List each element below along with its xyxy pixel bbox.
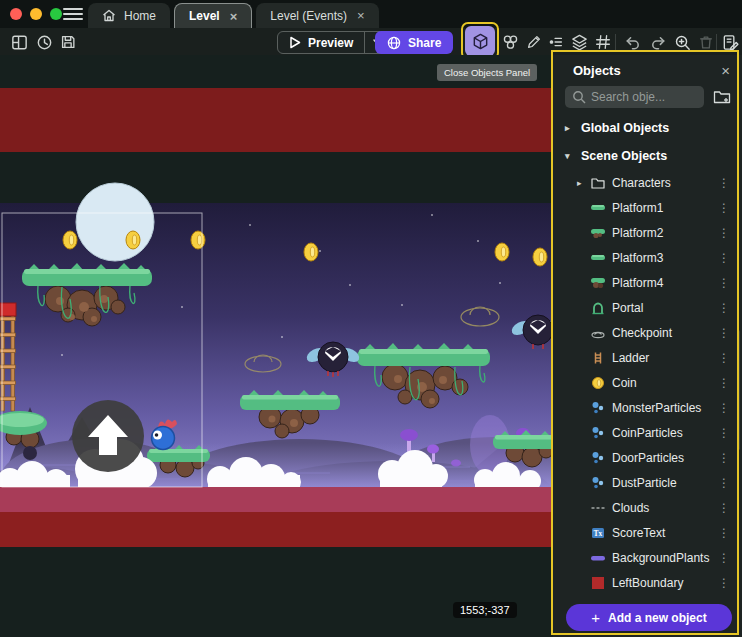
particles-icon	[589, 400, 607, 416]
object-row-platform4[interactable]: Platform4⋮	[553, 270, 742, 295]
kebab-menu-icon[interactable]: ⋮	[714, 451, 734, 465]
object-row-coinparticles[interactable]: CoinParticles⋮	[553, 420, 742, 445]
tab-label: Level (Events)	[270, 9, 347, 23]
object-row-platform3[interactable]: Platform3⋮	[553, 245, 742, 270]
undo-icon[interactable]	[621, 31, 643, 53]
layers-icon[interactable]	[568, 31, 590, 53]
save-icon[interactable]	[57, 31, 79, 53]
group-label: Scene Objects	[581, 149, 667, 163]
cube-icon	[471, 32, 490, 51]
bottom-boundary-red[interactable]	[0, 512, 553, 547]
redo-icon[interactable]	[647, 31, 669, 53]
kebab-menu-icon[interactable]: ⋮	[714, 326, 734, 340]
tab-level[interactable]: Level ×	[174, 3, 252, 28]
text-icon: Tx	[589, 525, 607, 541]
object-row-ladder[interactable]: Ladder⋮	[553, 345, 742, 370]
kebab-menu-icon[interactable]: ⋮	[714, 376, 734, 390]
grid-icon[interactable]	[592, 31, 614, 53]
kebab-menu-icon[interactable]: ⋮	[714, 301, 734, 315]
kebab-menu-icon[interactable]: ⋮	[714, 401, 734, 415]
panel-layout-icon[interactable]	[8, 31, 30, 53]
top-boundary[interactable]	[0, 88, 553, 152]
svg-text:Tx: Tx	[594, 529, 603, 538]
tab-home[interactable]: Home	[88, 3, 170, 28]
object-row-platform1[interactable]: Platform1⋮	[553, 195, 742, 220]
search-objects-input[interactable]	[565, 86, 704, 108]
object-row-dustparticle[interactable]: DustParticle⋮	[553, 470, 742, 495]
object-row-leftboundary[interactable]: LeftBoundary⋮	[553, 570, 742, 595]
toggle-objects-panel-button[interactable]	[465, 26, 495, 56]
particles-icon	[589, 450, 607, 466]
object-name: Characters	[612, 176, 714, 190]
kebab-menu-icon[interactable]: ⋮	[714, 501, 734, 515]
kebab-menu-icon[interactable]: ⋮	[714, 176, 734, 190]
cursor-coordinates: 1553;-337	[453, 602, 517, 618]
kebab-menu-icon[interactable]: ⋮	[714, 201, 734, 215]
object-row-clouds[interactable]: Clouds⋮	[553, 495, 742, 520]
object-name: DustParticle	[612, 476, 714, 490]
zoom-window-button[interactable]	[50, 8, 62, 20]
object-name: ScoreText	[612, 526, 714, 540]
kebab-menu-icon[interactable]: ⋮	[714, 226, 734, 240]
platform-green-icon	[589, 250, 607, 266]
caret-collapsed-icon: ▸	[565, 123, 573, 133]
add-folder-icon[interactable]	[712, 87, 732, 107]
object-name: MonsterParticles	[612, 401, 714, 415]
particles-icon	[589, 475, 607, 491]
plus-icon: +	[591, 609, 600, 626]
menu-icon[interactable]	[62, 6, 84, 22]
instances-list-icon[interactable]	[545, 31, 567, 53]
delete-icon[interactable]	[695, 31, 717, 53]
object-row-doorparticles[interactable]: DoorParticles⋮	[553, 445, 742, 470]
tab-label: Level	[189, 9, 220, 23]
scene-editor-canvas[interactable]: 1553;-337	[0, 55, 553, 637]
close-panel-icon[interactable]: ×	[721, 63, 730, 78]
edit-icon[interactable]	[523, 31, 545, 53]
close-tab-icon[interactable]: ×	[357, 8, 365, 23]
object-row-portal[interactable]: Portal⋮	[553, 295, 742, 320]
ladder-icon	[589, 350, 607, 366]
kebab-menu-icon[interactable]: ⋮	[714, 476, 734, 490]
group-global-objects[interactable]: ▸ Global Objects	[553, 114, 742, 142]
share-label: Share	[408, 36, 441, 50]
dashes-icon	[589, 500, 607, 516]
kebab-menu-icon[interactable]: ⋮	[714, 526, 734, 540]
object-row-monsterparticles[interactable]: MonsterParticles⋮	[553, 395, 742, 420]
tab-label: Home	[124, 9, 156, 23]
close-tab-icon[interactable]: ×	[230, 9, 238, 24]
kebab-menu-icon[interactable]: ⋮	[714, 251, 734, 265]
object-row-scoretext[interactable]: TxScoreText⋮	[553, 520, 742, 545]
plants-icon	[589, 550, 607, 566]
object-groups-icon[interactable]	[499, 31, 521, 53]
edit-scene-properties-icon[interactable]	[719, 31, 741, 53]
history-icon[interactable]	[33, 31, 55, 53]
object-row-platform2[interactable]: Platform2⋮	[553, 220, 742, 245]
object-name: Coin	[612, 376, 714, 390]
caret-collapsed-icon[interactable]: ▸	[577, 178, 589, 188]
add-object-button[interactable]: + Add a new object	[566, 604, 732, 631]
panel-scrollbar[interactable]	[737, 330, 740, 450]
group-scene-objects[interactable]: ▾ Scene Objects	[553, 142, 742, 170]
tooltip: Close Objects Panel	[437, 64, 537, 81]
kebab-menu-icon[interactable]: ⋮	[714, 551, 734, 565]
minimize-window-button[interactable]	[30, 8, 42, 20]
kebab-menu-icon[interactable]: ⋮	[714, 351, 734, 365]
object-row-backgroundplants[interactable]: BackgroundPlants⋮	[553, 545, 742, 570]
caret-expanded-icon: ▾	[565, 151, 573, 161]
checkpoint-icon	[589, 325, 607, 341]
zoom-in-icon[interactable]	[671, 31, 693, 53]
share-button[interactable]: Share	[375, 31, 453, 54]
object-row-characters[interactable]: ▸Characters⋮	[553, 170, 742, 195]
kebab-menu-icon[interactable]: ⋮	[714, 576, 734, 590]
jump-button[interactable]	[72, 400, 144, 472]
kebab-menu-icon[interactable]: ⋮	[714, 426, 734, 440]
tab-level-events[interactable]: Level (Events) ×	[256, 3, 378, 28]
object-row-checkpoint[interactable]: Checkpoint⋮	[553, 320, 742, 345]
bottom-boundary-pink[interactable]	[0, 487, 553, 512]
editor-background-bottom	[0, 547, 553, 637]
kebab-menu-icon[interactable]: ⋮	[714, 276, 734, 290]
object-row-coin[interactable]: Coin⋮	[553, 370, 742, 395]
group-label: Global Objects	[581, 121, 669, 135]
close-window-button[interactable]	[10, 8, 22, 20]
moon[interactable]	[76, 183, 154, 261]
